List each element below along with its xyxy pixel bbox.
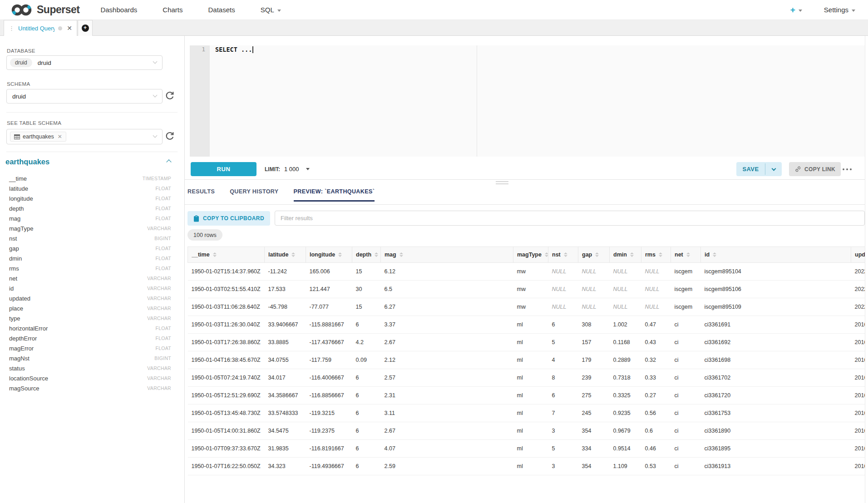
- save-dropdown-button[interactable]: [765, 162, 782, 176]
- nav-item-sql[interactable]: SQL: [261, 6, 281, 14]
- copy-to-clipboard-button[interactable]: COPY TO CLIPBOARD: [187, 211, 270, 226]
- column-header-gap[interactable]: gap: [578, 247, 610, 263]
- table-cell: mw: [513, 298, 548, 316]
- table-cell: 2.57: [381, 369, 513, 387]
- table-cell: ci3361913: [701, 458, 851, 475]
- schema-column-row[interactable]: placeVARCHAR: [0, 303, 185, 313]
- schema-select[interactable]: druid: [6, 89, 163, 104]
- schema-column-row[interactable]: updatedVARCHAR: [0, 293, 185, 303]
- filter-results-input[interactable]: [275, 211, 865, 226]
- nav-item-datasets[interactable]: Datasets: [208, 6, 235, 14]
- copy-link-button[interactable]: COPY LINK: [789, 162, 841, 176]
- schema-column-row[interactable]: gapFLOAT: [0, 243, 185, 253]
- results-table-container[interactable]: __timelatitudelongitudedepthmagmagTypens…: [187, 247, 865, 494]
- table-cell: 6.12: [381, 263, 513, 281]
- refresh-schema-button[interactable]: [165, 91, 175, 101]
- column-header-updat[interactable]: updat: [851, 247, 865, 263]
- schema-column-row[interactable]: horizontalErrorFLOAT: [0, 323, 185, 333]
- query-tab[interactable]: ⋮ Untitled Query 1 ✕: [4, 20, 77, 36]
- schema-column-row[interactable]: magFLOAT: [0, 213, 185, 223]
- column-type: VARCHAR: [147, 306, 171, 311]
- column-name: depthError: [9, 335, 37, 342]
- more-options-button[interactable]: [843, 162, 852, 176]
- schema-column-row[interactable]: magSourceVARCHAR: [0, 383, 185, 393]
- schema-column-row[interactable]: statusVARCHAR: [0, 363, 185, 373]
- column-header-latitude[interactable]: latitude: [265, 247, 306, 263]
- column-header-rms[interactable]: rms: [641, 247, 671, 263]
- collapse-chevron-up-icon[interactable]: [166, 159, 171, 164]
- schema-column-row[interactable]: magErrorFLOAT: [0, 343, 185, 353]
- table-row: 1950-01-03T02:51:55.410Z17.533121.447306…: [188, 281, 865, 298]
- schema-column-row[interactable]: rmsFLOAT: [0, 263, 185, 273]
- table-cell: 30: [352, 281, 381, 298]
- superset-logo[interactable]: Superset: [11, 3, 79, 17]
- column-header-net[interactable]: net: [671, 247, 701, 263]
- schema-column-row[interactable]: depthFLOAT: [0, 203, 185, 213]
- column-header-dmin[interactable]: dmin: [610, 247, 641, 263]
- editor-line-gutter: 1: [190, 45, 210, 157]
- chevron-down-icon: [153, 133, 158, 138]
- schema-column-row[interactable]: magTypeVARCHAR: [0, 223, 185, 233]
- schema-column-row[interactable]: nstBIGINT: [0, 233, 185, 243]
- remove-table-icon[interactable]: ✕: [58, 133, 62, 140]
- table-cell: mw: [513, 263, 548, 281]
- column-name: magNst: [9, 355, 30, 362]
- table-cell: iscgem: [671, 281, 701, 298]
- tab-preview[interactable]: PREVIEW: `EARTHQUAKES`: [294, 188, 375, 202]
- table-cell: 308: [578, 316, 610, 334]
- tab-query-history[interactable]: QUERY HISTORY: [230, 188, 278, 202]
- new-item-button[interactable]: +: [790, 5, 802, 15]
- column-type: VARCHAR: [147, 226, 171, 231]
- column-header-nst[interactable]: nst: [548, 247, 578, 263]
- limit-label: LIMIT:: [265, 166, 280, 173]
- save-button[interactable]: SAVE: [736, 162, 765, 176]
- table-cell: NULL: [548, 298, 578, 316]
- chevron-down-icon: [306, 168, 310, 170]
- settings-menu[interactable]: Settings: [824, 6, 855, 14]
- pane-resize-grip[interactable]: [496, 181, 508, 186]
- database-select[interactable]: druid druid: [6, 55, 163, 70]
- column-type: VARCHAR: [147, 316, 171, 321]
- table-cell: ci3361702: [701, 369, 851, 387]
- schema-column-row[interactable]: depthErrorFLOAT: [0, 333, 185, 343]
- table-select[interactable]: earthquakes ✕: [6, 129, 163, 144]
- column-header-mag[interactable]: mag: [381, 247, 513, 263]
- limit-dropdown[interactable]: LIMIT: 1 000: [265, 162, 310, 176]
- column-header-magType[interactable]: magType: [513, 247, 548, 263]
- column-header-__time[interactable]: __time: [188, 247, 265, 263]
- run-button[interactable]: RUN: [191, 162, 256, 176]
- table-cell: 4: [548, 351, 578, 369]
- schema-column-row[interactable]: magNstBIGINT: [0, 353, 185, 363]
- limit-value: 1 000: [284, 166, 299, 173]
- table-cell: 2022-0: [851, 263, 865, 281]
- tab-results[interactable]: RESULTS: [187, 188, 215, 202]
- column-name: id: [9, 285, 14, 292]
- schema-column-row[interactable]: idVARCHAR: [0, 283, 185, 293]
- close-icon[interactable]: ✕: [67, 25, 72, 31]
- table-row: 1950-01-03T17:26:38.860Z33.8885-117.4376…: [188, 334, 865, 351]
- table-cell: ml: [513, 369, 548, 387]
- table-cell: 1950-01-07T09:37:33.670Z: [188, 440, 265, 458]
- column-header-longitude[interactable]: longitude: [306, 247, 352, 263]
- column-name: magSource: [9, 385, 39, 392]
- column-header-depth[interactable]: depth: [352, 247, 381, 263]
- schema-column-row[interactable]: longitudeFLOAT: [0, 193, 185, 203]
- table-chip: earthquakes ✕: [10, 132, 66, 142]
- schema-column-row[interactable]: __timeTIMESTAMP: [0, 173, 185, 183]
- schema-column-row[interactable]: typeVARCHAR: [0, 313, 185, 323]
- chevron-down-icon: [771, 166, 776, 171]
- schema-column-row[interactable]: netVARCHAR: [0, 273, 185, 283]
- refresh-table-button[interactable]: [165, 131, 175, 142]
- schema-column-row[interactable]: dminFLOAT: [0, 253, 185, 263]
- column-header-id[interactable]: id: [701, 247, 851, 263]
- nav-item-charts[interactable]: Charts: [163, 6, 182, 14]
- table-cell: 1950-01-03T17:26:38.860Z: [188, 334, 265, 351]
- sql-editor[interactable]: 1 SELECT ...: [190, 45, 865, 157]
- table-cell: 6: [352, 422, 381, 440]
- nav-item-dashboards[interactable]: Dashboards: [100, 6, 137, 14]
- column-name: dmin: [9, 255, 22, 262]
- add-query-tab-button[interactable]: +: [78, 20, 93, 36]
- table-cell: -119.3215: [306, 404, 352, 422]
- schema-column-row[interactable]: locationSourceVARCHAR: [0, 373, 185, 383]
- schema-column-row[interactable]: latitudeFLOAT: [0, 183, 185, 193]
